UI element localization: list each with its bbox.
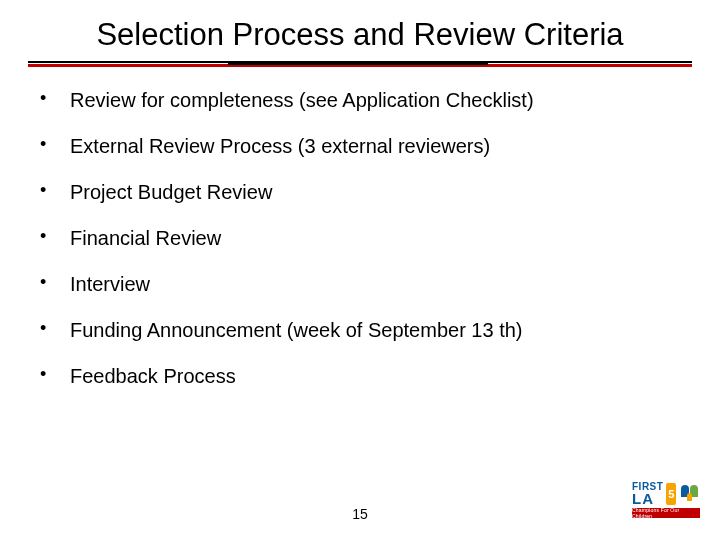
bullet-text: Feedback Process [70, 363, 236, 389]
bullet-text: External Review Process (3 external revi… [70, 133, 490, 159]
logo-text-five: 5 [666, 483, 676, 505]
list-item: • Financial Review [40, 225, 680, 251]
list-item: • External Review Process (3 external re… [40, 133, 680, 159]
bullet-icon: • [40, 317, 70, 340]
list-item: • Interview [40, 271, 680, 297]
list-item: • Feedback Process [40, 363, 680, 389]
bullet-text: Interview [70, 271, 150, 297]
bullet-icon: • [40, 87, 70, 110]
list-item: • Review for completeness (see Applicati… [40, 87, 680, 113]
page-number: 15 [0, 506, 720, 522]
bullet-icon: • [40, 271, 70, 294]
first5la-logo: FIRST LA 5 Champions For Our Children [632, 482, 702, 530]
list-item: • Project Budget Review [40, 179, 680, 205]
slide-title: Selection Process and Review Criteria [0, 0, 720, 61]
logo-people-icon [679, 483, 701, 505]
bullet-icon: • [40, 133, 70, 156]
list-item: • Funding Announcement (week of Septembe… [40, 317, 680, 343]
bullet-text: Financial Review [70, 225, 221, 251]
bullet-text: Review for completeness (see Application… [70, 87, 534, 113]
bullet-text: Project Budget Review [70, 179, 272, 205]
bullet-icon: • [40, 225, 70, 248]
title-underline [28, 61, 692, 67]
logo-text-la: LA [632, 492, 663, 506]
bullet-list: • Review for completeness (see Applicati… [0, 67, 720, 389]
logo-tagline: Champions For Our Children [632, 508, 700, 518]
bullet-icon: • [40, 179, 70, 202]
bullet-text: Funding Announcement (week of September … [70, 317, 523, 343]
bullet-icon: • [40, 363, 70, 386]
